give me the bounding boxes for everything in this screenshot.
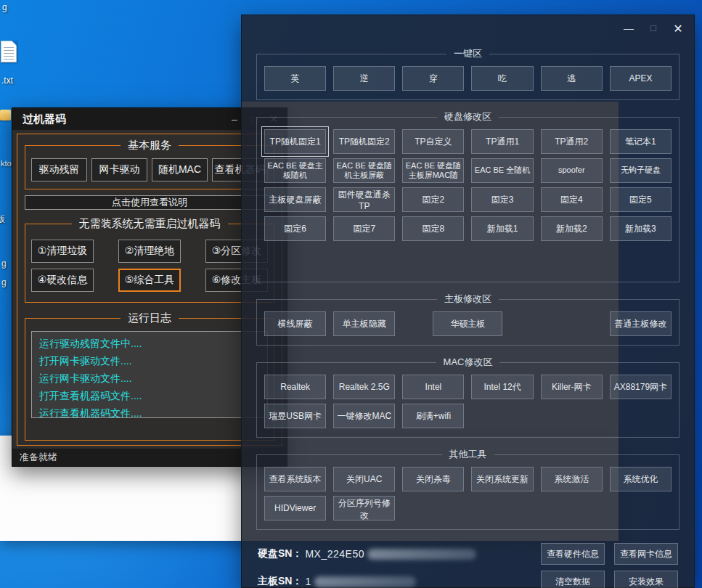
basic-service-button[interactable]: 驱动残留 — [31, 158, 87, 181]
desktop-icon-label[interactable]: kto — [1, 159, 12, 168]
board-modify-button[interactable]: 普通主板修改 — [610, 311, 672, 336]
desktop-icon-label[interactable]: g — [1, 277, 7, 287]
maximize-button[interactable]: ☐ — [643, 20, 664, 37]
close-button[interactable]: ✕ — [668, 20, 688, 37]
disk-modify-button[interactable]: 新加载3 — [610, 216, 672, 241]
disk-modify-button[interactable]: TP自定义 — [402, 129, 464, 154]
one-key-button[interactable]: 吃 — [471, 66, 533, 91]
disk-modify-button[interactable]: EAC BE 硬盘随主板屏MAC随 — [402, 158, 464, 183]
mac-modify-button[interactable]: Intel — [402, 375, 464, 399]
button-row: HIDViewer分区序列号修改 — [264, 496, 672, 520]
mac-modify-button[interactable]: Realtek — [264, 375, 326, 399]
disk-modify-button[interactable]: 固定8 — [402, 216, 464, 241]
disk-modify-button[interactable]: 固件硬盘通杀TP — [333, 187, 395, 212]
disk-modify-button[interactable]: EAC BE 全随机 — [471, 158, 533, 183]
button-row: 英逆穿吃逃APEX — [264, 66, 672, 91]
section-title: 无需装系统无需重启过机器码 — [72, 217, 228, 231]
disk-modify-button[interactable]: 固定2 — [402, 187, 464, 212]
mac-modify-button[interactable]: Killer-网卡 — [541, 375, 603, 399]
one-key-button[interactable]: APEX — [610, 66, 672, 91]
folder-icon[interactable] — [0, 110, 11, 121]
disk-modify-button[interactable]: 固定5 — [610, 187, 672, 212]
desktop-icon-label[interactable]: 版 — [0, 213, 5, 226]
tool-step-button[interactable]: ②清理绝地 — [118, 240, 181, 263]
other-tool-button[interactable]: 系统优化 — [610, 467, 672, 491]
hdd-sn-label: 硬盘SN： — [258, 547, 302, 560]
section-title: 其他工具 — [442, 448, 494, 461]
log-line: 运行网卡驱动文件.... — [39, 369, 260, 387]
disk-modify-button[interactable]: 新加载2 — [541, 216, 603, 241]
board-modify-button[interactable]: 华硕主板 — [433, 311, 502, 336]
one-key-button[interactable]: 逃 — [541, 66, 603, 91]
other-tool-button[interactable]: 关闭UAC — [333, 467, 395, 491]
disk-modify-button[interactable]: TP通用2 — [541, 129, 603, 154]
log-line: 打开网卡驱动文件.... — [39, 352, 260, 369]
disk-modify-button[interactable]: 固定7 — [333, 216, 395, 241]
mac-modify-button[interactable]: 一键修改MAC — [333, 404, 395, 428]
section-title: 运行日志 — [121, 311, 179, 325]
desktop-icon-label[interactable]: g — [1, 258, 7, 269]
clear-data-button[interactable]: 清空数据 — [541, 571, 605, 588]
other-tool-button[interactable]: 关闭系统更新 — [471, 467, 533, 491]
mac-modify-button[interactable]: AX88179网卡 — [610, 375, 672, 399]
section-run-log: 运行日志 运行驱动残留文件中....打开网卡驱动文件....运行网卡驱动文件..… — [25, 311, 274, 441]
disk-modify-button[interactable]: TP随机固定2 — [333, 129, 395, 154]
disk-modify-button[interactable]: 新加载1 — [471, 216, 533, 241]
button-row: ④硬改信息⑤综合工具⑥修改主板 — [31, 269, 268, 292]
other-tool-button[interactable]: HIDViewer — [264, 496, 326, 520]
other-tool-button[interactable]: 查看系统版本 — [264, 467, 326, 491]
disk-modify-button[interactable]: TP随机固定1 — [264, 129, 326, 154]
button-row: 主板硬盘屏蔽固件硬盘通杀TP固定2固定3固定4固定5 — [264, 187, 672, 212]
text-file-icon[interactable] — [1, 41, 17, 62]
disk-modify-button[interactable]: 主板硬盘屏蔽 — [264, 187, 326, 212]
disk-modify-button[interactable]: 固定3 — [471, 187, 533, 212]
disk-modify-button[interactable]: 固定6 — [264, 216, 326, 241]
mac-modify-button[interactable]: 瑞昱USB网卡 — [264, 404, 326, 428]
tool-step-button[interactable]: ①清理垃圾 — [31, 240, 94, 263]
disk-modify-button[interactable]: 固定4 — [541, 187, 603, 212]
button-row: 固定6固定7固定8新加载1新加载2新加载3 — [264, 216, 672, 241]
disk-modify-button[interactable]: 无钩子硬盘 — [610, 158, 672, 183]
view-hardware-info-button[interactable]: 查看硬件信息 — [541, 543, 605, 565]
section-no-restart: 无需装系统无需重启过机器码 ①清理垃圾②清理绝地③分区修改 ④硬改信息⑤综合工具… — [25, 217, 274, 303]
right-window-controls: — ☐ ✕ — [619, 20, 688, 37]
other-tool-button[interactable]: 分区序列号修改 — [333, 496, 395, 520]
other-tool-button[interactable]: 关闭杀毒 — [402, 467, 464, 491]
text-file-label[interactable]: .txt — [1, 75, 13, 86]
board-modify-button[interactable]: 单主板隐藏 — [333, 311, 395, 336]
button-row: EAC BE 硬盘主板随机EAC BE 硬盘随机主板屏蔽EAC BE 硬盘随主板… — [264, 158, 672, 183]
basic-service-button[interactable]: 网卡驱动 — [91, 158, 147, 181]
disk-modify-button[interactable]: EAC BE 硬盘主板随机 — [264, 158, 326, 183]
desktop-icon-label[interactable]: g — [2, 2, 7, 12]
mac-modify-button[interactable]: Realtek 2.5G — [333, 375, 395, 399]
section-title: 一键区 — [446, 47, 489, 60]
basic-service-button[interactable]: 随机MAC — [152, 158, 208, 181]
left-window-title: 过机器码 — [12, 113, 66, 126]
section-disk-modify: 硬盘修改区 TP随机固定1TP随机固定2TP自定义TP通用1TP通用2笔记本1 … — [256, 110, 679, 282]
one-key-button[interactable]: 逆 — [333, 66, 395, 91]
mac-modify-button[interactable]: 刷满+wifi — [402, 404, 464, 428]
usage-note-button[interactable]: 点击使用查看说明 — [25, 195, 274, 210]
mac-modify-button[interactable]: Intel 12代 — [471, 375, 533, 399]
tool-step-button[interactable]: ⑤综合工具 — [118, 269, 181, 292]
section-one-key: 一键区 英逆穿吃逃APEX — [256, 47, 679, 100]
disk-modify-button[interactable]: EAC BE 硬盘随机主板屏蔽 — [333, 158, 395, 183]
view-nic-info-button[interactable]: 查看网卡信息 — [614, 543, 678, 565]
board-modify-button[interactable]: 横线屏蔽 — [264, 311, 326, 336]
one-key-button[interactable]: 英 — [264, 66, 326, 91]
other-tool-button[interactable]: 系统激活 — [541, 467, 603, 491]
one-key-button[interactable]: 穿 — [402, 66, 464, 91]
log-line: 运行驱动残留文件中.... — [39, 335, 260, 352]
section-basic-services: 基本服务 驱动残留网卡驱动随机MAC查看机器码 — [25, 139, 274, 189]
install-effect-button[interactable]: 安装效果 — [614, 571, 678, 588]
disk-modify-button[interactable]: TP通用1 — [471, 129, 533, 154]
disk-modify-button[interactable]: spoofer — [541, 158, 603, 183]
button-row: TP随机固定1TP随机固定2TP自定义TP通用1TP通用2笔记本1 — [264, 129, 672, 154]
tool-step-button[interactable]: ④硬改信息 — [31, 269, 94, 292]
button-row: 瑞昱USB网卡一键修改MAC刷满+wifi — [264, 404, 672, 428]
button-row: 驱动残留网卡驱动随机MAC查看机器码 — [31, 158, 268, 181]
log-box[interactable]: 运行驱动残留文件中....打开网卡驱动文件....运行网卡驱动文件....打开查… — [31, 331, 268, 418]
disk-modify-button[interactable]: 笔记本1 — [610, 129, 672, 154]
section-other-tools: 其他工具 查看系统版本关闭UAC关闭杀毒关闭系统更新系统激活系统优化 HIDVi… — [256, 448, 679, 530]
minimize-button[interactable]: — — [619, 20, 639, 37]
